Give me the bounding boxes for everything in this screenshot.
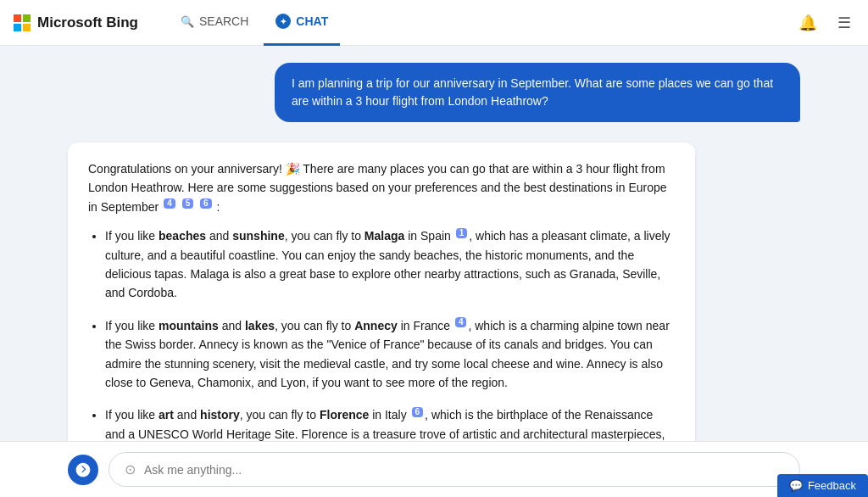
list-item: If you like beaches and sunshine, you ca… — [105, 226, 675, 303]
list-item: If you like art and history, you can fly… — [105, 405, 675, 441]
search-nav-icon: 🔍 — [181, 15, 194, 28]
input-search-icon: ⊙ — [125, 461, 136, 477]
feedback-icon: 💬 — [789, 479, 803, 492]
superscript-6a: 6 — [200, 198, 212, 209]
nav: 🔍 SEARCH ✦ CHAT — [169, 0, 340, 46]
ai-intro: Congratulations on your anniversary! 🎉 T… — [88, 159, 675, 216]
notification-button[interactable]: 🔔 — [795, 10, 821, 36]
bell-icon: 🔔 — [798, 14, 817, 32]
microsoft-logo-icon — [14, 14, 31, 31]
superscript-1: 1 — [456, 228, 468, 238]
logo-text: Microsoft Bing — [37, 14, 138, 31]
input-box[interactable]: ⊙ — [108, 452, 800, 487]
nav-search-label: SEARCH — [199, 14, 248, 28]
chat-input[interactable] — [144, 463, 784, 477]
menu-button[interactable]: ☰ — [834, 10, 854, 36]
header: Microsoft Bing 🔍 SEARCH ✦ CHAT 🔔 ☰ — [0, 0, 868, 46]
feedback-button[interactable]: 💬 Feedback — [777, 474, 868, 497]
nav-chat[interactable]: ✦ CHAT — [264, 0, 340, 46]
superscript-6b: 6 — [412, 407, 424, 417]
chat-main: I am planning a trip for our anniversary… — [0, 46, 868, 441]
ai-response: Congratulations on your anniversary! 🎉 T… — [68, 142, 695, 441]
nav-search[interactable]: 🔍 SEARCH — [169, 0, 260, 46]
ai-bullets: If you like beaches and sunshine, you ca… — [88, 226, 675, 441]
hamburger-icon: ☰ — [837, 14, 851, 32]
bing-logo-icon — [75, 461, 92, 478]
logo-area: Microsoft Bing — [14, 14, 138, 31]
header-right: 🔔 ☰ — [795, 10, 854, 36]
input-area: ⊙ — [0, 441, 868, 497]
user-message-container: I am planning a trip for our anniversary… — [68, 63, 800, 122]
chat-nav-icon: ✦ — [275, 14, 291, 29]
nav-chat-label: CHAT — [296, 14, 328, 28]
bing-avatar — [68, 455, 98, 485]
user-bubble: I am planning a trip for our anniversary… — [275, 63, 800, 122]
list-item: If you like mountains and lakes, you can… — [105, 316, 675, 393]
superscript-4b: 4 — [455, 317, 467, 327]
superscript-4: 4 — [164, 198, 175, 209]
superscript-5: 5 — [182, 198, 194, 209]
